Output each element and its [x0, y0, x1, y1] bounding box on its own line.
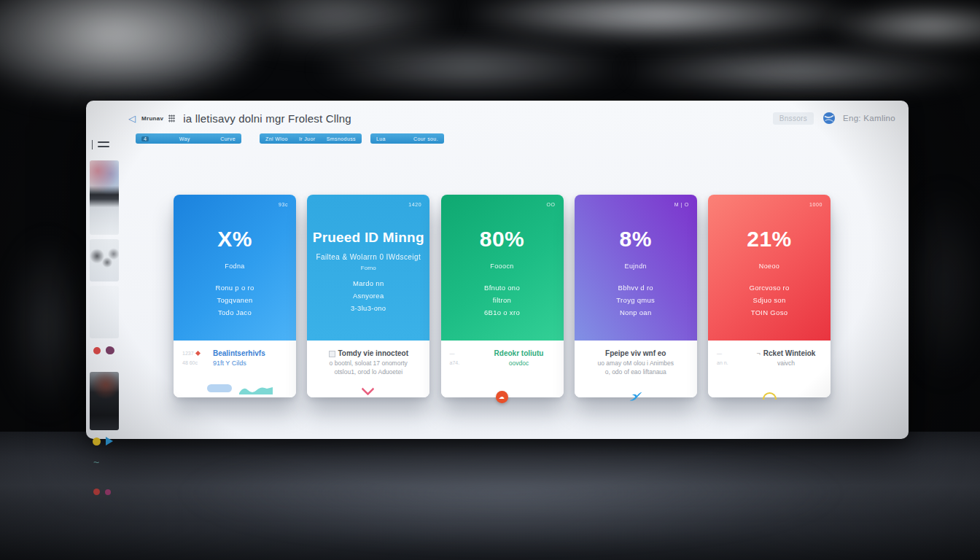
bracket-icon: ¬ — [757, 349, 761, 359]
hamburger-menu-icon[interactable] — [92, 139, 112, 151]
back-icon[interactable]: ◁ — [128, 114, 136, 123]
sidebar-rail: ~ — [86, 101, 122, 439]
card-gradient-panel: OO 80% Fooocn Bfnuto ono filtron 6B1o o … — [441, 195, 564, 341]
wave-squiggle-icon: ~ — [93, 456, 99, 468]
app-label: Mrunav — [141, 115, 163, 122]
card-gradient-panel: 93c X% Fodna Ronu p o ro Togqvanen Todo … — [174, 195, 296, 341]
card-title: Prueed ID Minng — [307, 230, 429, 246]
card-percent: 80% — [441, 227, 564, 252]
toolbar-bar-2[interactable]: Znl Wloo lr Juor Smsnoduss — [260, 133, 362, 144]
pill-decoration — [207, 384, 232, 392]
card-gradient-panel: 1000 21% Noeoo Gorcvoso ro Sdjuo son TOI… — [708, 195, 831, 341]
grid-menu-icon[interactable] — [168, 114, 175, 122]
card-footer: Fpeipe viv wnf eo uo amay oM olou i Anim… — [575, 341, 697, 397]
ceiling-light-blur — [314, 40, 627, 95]
card-subtitle: Fooocn — [441, 262, 564, 270]
red-dot-icon[interactable] — [93, 347, 101, 354]
yellow-dot-icon[interactable] — [93, 438, 101, 446]
card-corner-label: 1420 — [408, 202, 421, 207]
box-icon — [329, 351, 335, 357]
stat-card-blue[interactable]: 93c X% Fodna Ronu p o ro Togqvanen Todo … — [174, 195, 296, 397]
wave-icon — [239, 384, 273, 394]
toolbar-bar-3[interactable]: Lua Cour sou. — [370, 133, 444, 144]
red-dot-icon[interactable] — [93, 489, 100, 495]
card-corner-label: OO — [546, 202, 555, 207]
card-subtitle: Noeoo — [708, 262, 831, 270]
footer-line: vaivch — [747, 359, 825, 368]
background-wisp — [7, 233, 88, 416]
bird-icon[interactable] — [629, 391, 643, 402]
bar-segment: Lua — [376, 136, 386, 141]
thumbnail-image[interactable] — [90, 286, 119, 338]
page-title: ia lletisavy dolni mgr Frolest Cllng — [183, 112, 351, 125]
card-corner-label: M | O — [674, 202, 689, 207]
card-detail-lines: Mardo nn Asnyorea 3-3lu3-ono — [307, 277, 429, 314]
stat-card-green[interactable]: OO 80% Fooocn Bfnuto ono filtron 6B1o o … — [441, 195, 564, 397]
thumbnail-image[interactable] — [90, 239, 119, 281]
footer-line: oovdoc — [481, 359, 558, 368]
card-gradient-panel: M | O 8% Eujndn Bbhvv d ro Troyg qmus No… — [575, 195, 697, 341]
stat-card-red[interactable]: 1000 21% Noeoo Gorcvoso ro Sdjuo son TOI… — [708, 195, 831, 397]
bar-segment: Smsnoduss — [327, 136, 356, 141]
footer-title: Bealintserhivfs — [213, 349, 290, 359]
card-subtitle: Eujndn — [575, 262, 697, 270]
bar-segment: Znl Wloo — [265, 136, 288, 141]
card-corner-label: 1000 — [809, 202, 822, 207]
card-subtitle: Failtea & Wolarrn 0 IWdsceigt — [307, 253, 429, 261]
ceiling-light-blur — [831, 4, 980, 47]
footer-title: Fpeipe viv wnf eo — [580, 349, 691, 359]
arc-icon[interactable] — [763, 392, 777, 400]
card-detail-lines: Bbhvv d ro Troyg qmus Nonp oan — [575, 281, 697, 319]
bar-segment: Way — [179, 136, 190, 141]
globe-icon[interactable] — [822, 112, 836, 125]
card-percent: 8% — [575, 227, 697, 252]
ceiling-light-blur — [467, 0, 860, 40]
cloud-icon[interactable]: ☁ — [496, 391, 508, 403]
desk-highlight — [175, 435, 846, 551]
bar-segment: 4 — [141, 136, 149, 141]
card-gradient-panel: 1420 Prueed ID Minng Failtea & Wolarrn 0… — [307, 195, 429, 341]
card-footer: — a74. Rdeokr toliutu oovdoc ☁ — [441, 341, 564, 397]
ceiling-light-blur — [219, 0, 452, 47]
window-header: ◁ Mrunav ia lletisavy dolni mgr Frolest … — [128, 109, 895, 127]
sparkle-icon — [195, 351, 201, 356]
footer-side-stats: — a74. — [447, 349, 481, 368]
background-wisp — [901, 182, 980, 386]
app-window: ~ ◁ Mrunav ia lletisavy dolni mgr Froles… — [86, 101, 909, 439]
footer-side-stats: — an n. — [714, 349, 747, 368]
ceiling-light-blur — [620, 47, 980, 95]
pink-dot-icon[interactable] — [105, 489, 111, 495]
thumbnail-image[interactable] — [90, 160, 119, 235]
play-triangle-icon[interactable] — [106, 437, 113, 446]
toolbar: 4 Way Curve Znl Wloo lr Juor Smsnoduss L… — [136, 133, 444, 144]
bar-segment: lr Juor — [299, 136, 315, 141]
footer-side-stats: 1237 48 60c — [179, 349, 213, 368]
card-corner-label: 93c — [279, 202, 288, 207]
card-detail-lines: Gorcvoso ro Sdjuo son TOIN Goso — [708, 281, 831, 319]
footer-title: ¬Rcket Winteiok — [747, 349, 825, 359]
chevron-down-icon[interactable] — [362, 382, 375, 395]
stat-card-lightblue[interactable]: 1420 Prueed ID Minng Failtea & Wolarrn 0… — [307, 195, 429, 397]
footer-line: uo amay oM olou i Animbes — [580, 359, 691, 368]
card-row: 93c X% Fodna Ronu p o ro Togqvanen Todo … — [174, 195, 831, 397]
thumbnail-image[interactable] — [90, 372, 119, 430]
toolbar-bar-1[interactable]: 4 Way Curve — [136, 133, 241, 144]
bar-segment: Curve — [220, 136, 236, 141]
card-percent: 21% — [708, 227, 831, 252]
card-detail-lines: Ronu p o ro Togqvanen Todo Jaco — [174, 281, 296, 319]
footer-line: 91ft Y Cilds — [213, 359, 290, 368]
bar-segment: Cour sou. — [413, 136, 438, 141]
footer-line: o bootnl, soloat 17 onomorty — [313, 359, 424, 368]
footer-title: Tomdy vie innocteot — [313, 349, 424, 359]
ghost-button[interactable]: Bnssors — [773, 112, 814, 125]
purple-blob-icon[interactable] — [106, 346, 114, 354]
card-footer: 1237 48 60c Bealintserhivfs 91ft Y Cilds — [174, 341, 296, 397]
card-footer: — an n. ¬Rcket Winteiok vaivch — [708, 341, 831, 397]
card-subtitle-2: Forno — [307, 265, 429, 271]
stat-card-purple[interactable]: M | O 8% Eujndn Bbhvv d ro Troyg qmus No… — [575, 195, 697, 397]
card-subtitle: Fodna — [174, 262, 296, 270]
card-percent: X% — [174, 227, 296, 252]
footer-title: Rdeokr toliutu — [481, 349, 558, 359]
ceiling-light-blur — [0, 0, 255, 95]
card-detail-lines: Bfnuto ono filtron 6B1o o xro — [441, 281, 564, 319]
